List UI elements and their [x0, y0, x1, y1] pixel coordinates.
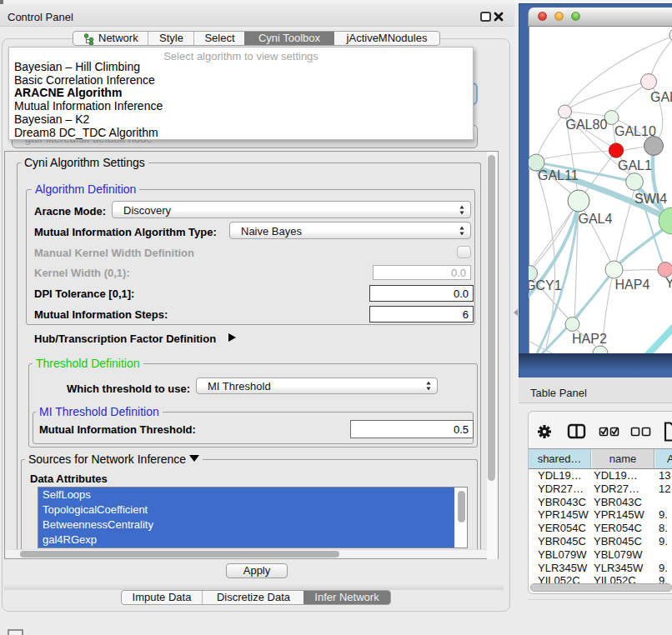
- svg-text:GAL80: GAL80: [566, 118, 608, 132]
- svg-text:HAP2: HAP2: [572, 332, 607, 346]
- svg-text:SWI4: SWI4: [634, 192, 667, 206]
- svg-text:GAL1: GAL1: [618, 158, 652, 172]
- svg-text:GAL2: GAL2: [650, 90, 672, 104]
- svg-text:GAL10: GAL10: [614, 124, 656, 138]
- svg-text:YEL: YEL: [665, 276, 672, 290]
- svg-text:HAP4: HAP4: [615, 278, 650, 292]
- svg-text:GAL11: GAL11: [538, 168, 579, 182]
- svg-text:GCY1: GCY1: [529, 278, 562, 292]
- svg-text:GAL4: GAL4: [579, 212, 613, 226]
